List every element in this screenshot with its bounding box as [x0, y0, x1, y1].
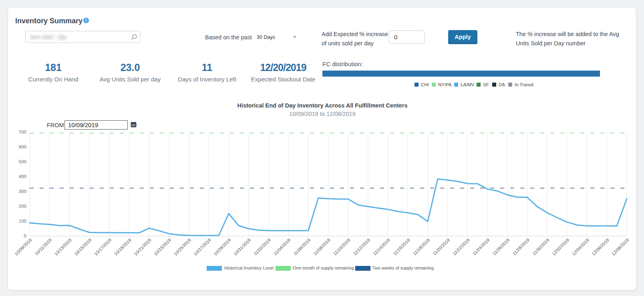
svg-text:11/30/2019: 11/30/2019	[531, 237, 550, 256]
svg-text:100: 100	[19, 219, 26, 223]
svg-text:11/28/2019: 11/28/2019	[511, 237, 530, 256]
svg-text:12/06/2019: 12/06/2019	[591, 237, 610, 256]
svg-text:10/27/2019: 10/27/2019	[193, 237, 211, 256]
svg-text:12/04/2019: 12/04/2019	[571, 237, 590, 256]
svg-text:11/16/2019: 11/16/2019	[392, 237, 411, 256]
svg-text:400: 400	[19, 174, 26, 179]
svg-text:11/04/2019: 11/04/2019	[273, 237, 292, 256]
svg-text:12/08/2019: 12/08/2019	[611, 237, 630, 256]
svg-text:200: 200	[19, 204, 26, 209]
svg-text:11/14/2019: 11/14/2019	[372, 237, 391, 256]
svg-text:700: 700	[19, 130, 26, 134]
svg-text:11/02/2019: 11/02/2019	[253, 237, 272, 256]
svg-text:10/09/2019: 10/09/2019	[14, 237, 32, 256]
svg-text:10/31/2019: 10/31/2019	[233, 237, 252, 256]
svg-text:12/02/2019: 12/02/2019	[551, 237, 570, 256]
svg-text:11/08/2019: 11/08/2019	[312, 237, 331, 256]
svg-text:11/10/2019: 11/10/2019	[332, 237, 351, 256]
svg-text:11/26/2019: 11/26/2019	[491, 237, 510, 256]
svg-text:10/19/2019: 10/19/2019	[113, 237, 132, 256]
svg-text:11/12/2019: 11/12/2019	[352, 237, 371, 256]
svg-text:10/15/2019: 10/15/2019	[73, 237, 92, 256]
svg-text:10/17/2019: 10/17/2019	[93, 237, 112, 256]
svg-text:600: 600	[19, 144, 26, 149]
svg-text:11/06/2019: 11/06/2019	[292, 237, 311, 256]
svg-text:10/13/2019: 10/13/2019	[53, 237, 72, 256]
svg-text:10/23/2019: 10/23/2019	[153, 237, 172, 256]
svg-text:10/25/2019: 10/25/2019	[173, 237, 192, 256]
svg-text:11/20/2019: 11/20/2019	[432, 237, 451, 256]
svg-text:500: 500	[19, 159, 26, 164]
svg-text:10/21/2019: 10/21/2019	[133, 237, 152, 256]
svg-text:11/24/2019: 11/24/2019	[472, 237, 491, 256]
svg-text:10/29/2019: 10/29/2019	[213, 237, 231, 256]
svg-text:11/18/2019: 11/18/2019	[412, 237, 431, 256]
svg-text:0: 0	[24, 233, 26, 238]
svg-text:300: 300	[19, 189, 26, 194]
svg-text:11/22/2019: 11/22/2019	[452, 237, 471, 256]
svg-text:10/11/2019: 10/11/2019	[34, 237, 52, 256]
